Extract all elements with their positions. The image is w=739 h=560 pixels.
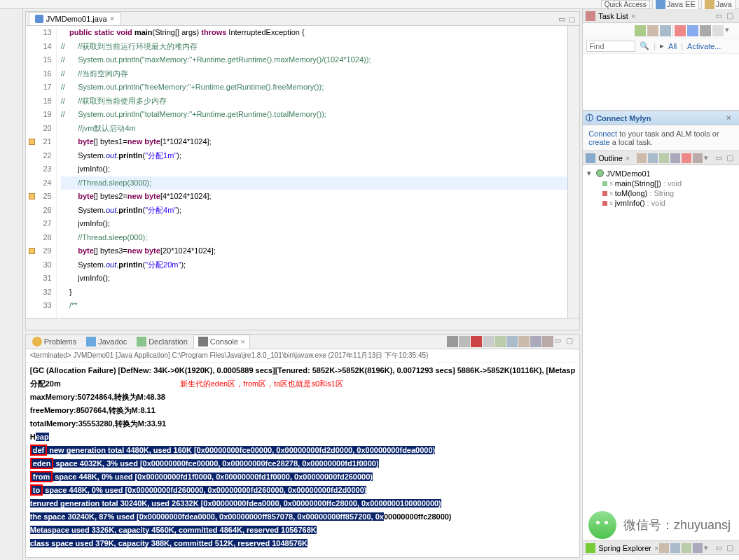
remove-all-icon[interactable] — [459, 336, 470, 347]
all-link[interactable]: All — [668, 42, 677, 50]
connect-link[interactable]: Connect — [588, 130, 617, 138]
maximize-icon[interactable]: ▢ — [726, 153, 736, 163]
menu-icon[interactable]: ▾ — [704, 543, 714, 553]
link-icon[interactable] — [670, 543, 680, 553]
perspective-java[interactable]: Java — [701, 0, 735, 10]
filter-icon[interactable] — [659, 543, 669, 553]
left-sidebar — [0, 9, 23, 560]
spring-explorer-view: Spring Explorer × ▾ ▭ ▢ — [583, 540, 739, 560]
hide-static-icon[interactable] — [659, 153, 669, 163]
menu-icon[interactable]: ▾ — [725, 25, 736, 36]
task-list-view: Task List × ▭▢ ▾ 🔍 | ▸ All | Activ — [583, 9, 739, 111]
maximize-icon[interactable]: ▢ — [568, 15, 576, 23]
console-output[interactable]: [GC (Allocation Failure) [DefNew: 34K->0… — [26, 363, 579, 557]
tab-console[interactable]: Console × — [193, 335, 250, 349]
editor-tab[interactable]: JVMDemo01.java × — [29, 12, 121, 25]
display-icon[interactable] — [518, 336, 530, 347]
editor-tab-label: JVMDemo01.java — [46, 15, 107, 23]
link-icon[interactable] — [693, 153, 703, 163]
hide-nonpublic-icon[interactable] — [670, 153, 680, 163]
maximize-icon[interactable]: ▢ — [726, 543, 736, 553]
tab-problems[interactable]: Problems — [28, 335, 81, 348]
console-status: <terminated> JVMDemo01 [Java Application… — [26, 349, 579, 363]
focus-icon[interactable] — [682, 153, 691, 163]
schedule-icon[interactable] — [660, 25, 671, 36]
collapse-icon[interactable] — [682, 543, 691, 553]
search-icon[interactable]: 🔍 — [640, 41, 649, 50]
top-toolbar: Quick Access Java EE Java — [0, 0, 739, 9]
terminate-icon[interactable] — [471, 336, 482, 347]
minimize-icon[interactable]: ▭ — [715, 543, 725, 553]
panel-title: Task List — [598, 12, 628, 20]
tab-javadoc[interactable]: Javadoc — [82, 335, 131, 348]
horizontal-scrollbar[interactable] — [26, 318, 579, 330]
java-file-icon — [35, 15, 43, 23]
spring-icon — [586, 543, 595, 553]
clear-icon[interactable] — [483, 336, 494, 347]
outline-icon — [586, 153, 595, 163]
tasklist-icon — [586, 11, 595, 21]
maximize-icon[interactable]: ▢ — [726, 11, 736, 21]
console-pane: Problems Javadoc Declaration Console × ▭ — [25, 334, 580, 558]
pin-icon[interactable] — [506, 336, 518, 347]
collapse-icon[interactable] — [700, 25, 711, 36]
minimize-icon[interactable]: ▭ — [715, 11, 725, 21]
editor-pane: JVMDemo01.java × ▭ ▢ 1314151617181920212… — [25, 11, 580, 330]
connect-mylyn-view: ⓘ Connect Mylyn × Connect to your task a… — [583, 111, 739, 151]
hide-fields-icon[interactable] — [648, 153, 658, 163]
panel-title: Outline — [598, 154, 623, 162]
panel-title: Connect Mylyn — [596, 114, 651, 122]
focus-icon[interactable] — [675, 25, 686, 36]
scroll-lock-icon[interactable] — [495, 336, 506, 347]
vertical-scrollbar[interactable] — [567, 26, 579, 318]
console-switch-icon[interactable] — [530, 336, 541, 347]
code-area[interactable]: 1314151617181920212223242526272829303132… — [26, 26, 579, 318]
categorize-icon[interactable] — [647, 25, 658, 36]
tab-declaration[interactable]: Declaration — [132, 335, 192, 348]
props-icon[interactable] — [693, 543, 703, 553]
menu-icon[interactable]: ▾ — [704, 153, 714, 163]
create-link[interactable]: create — [588, 138, 610, 146]
close-icon[interactable]: × — [726, 113, 736, 123]
quick-access-button[interactable]: Quick Access — [601, 0, 650, 9]
info-icon: ⓘ — [586, 113, 593, 123]
minimize-icon[interactable]: ▭ — [715, 153, 725, 163]
find-input[interactable] — [586, 41, 635, 52]
remove-launch-icon[interactable] — [447, 336, 458, 347]
minimize-icon[interactable]: ▭ — [558, 15, 567, 23]
synchronize-icon[interactable] — [687, 25, 698, 36]
hide-icon[interactable] — [712, 25, 724, 36]
close-icon[interactable]: × — [110, 14, 115, 24]
perspective-javaee[interactable]: Java EE — [652, 0, 699, 10]
outline-view: Outline × ▾ ▭ ▢ ▾ JVMDemo01S main(String… — [583, 151, 739, 540]
activate-link[interactable]: Activate... — [687, 42, 721, 50]
maximize-view-icon[interactable]: ▢ — [566, 336, 577, 347]
panel-title: Spring Explorer — [598, 544, 651, 552]
new-task-icon[interactable] — [635, 25, 646, 36]
sort-icon[interactable] — [637, 153, 647, 163]
open-console-icon[interactable] — [542, 336, 553, 347]
minimize-view-icon[interactable]: ▭ — [554, 336, 565, 347]
